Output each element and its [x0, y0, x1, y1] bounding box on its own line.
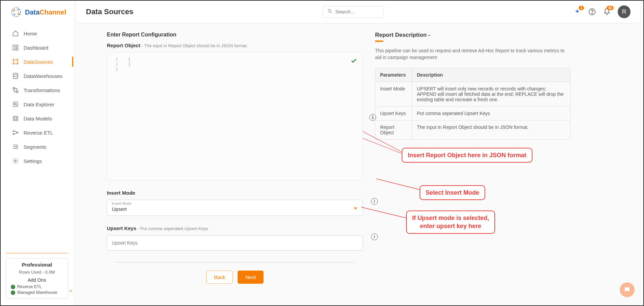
svg-point-12: [13, 73, 18, 75]
sidebar: DataChannel Home Dashboard DataSources D…: [1, 1, 73, 305]
logo-icon: [11, 7, 22, 18]
nav-reverseetl[interactable]: Reverse ETL: [1, 126, 73, 140]
datasources-icon: [12, 58, 19, 65]
bell-icon[interactable]: 42: [603, 8, 611, 16]
page-title: Data Sources: [86, 7, 133, 16]
upsert-keys-label: Upsert Keys - Put comma seperated Upsert…: [107, 225, 363, 231]
svg-point-26: [592, 13, 592, 14]
search-icon: [327, 8, 333, 15]
nav: Home Dashboard DataSources DataWarehouse…: [1, 24, 73, 250]
svg-rect-7: [16, 49, 18, 50]
svg-point-20: [13, 134, 14, 135]
valid-icon: [350, 57, 357, 65]
nav-datawarehouses[interactable]: DataWarehouses: [1, 69, 73, 83]
th-parameters: Parameters: [375, 68, 412, 82]
table-row: Insert ModeUPSERT will insert only new r…: [375, 82, 571, 106]
description-text: This pipeline can be used to request and…: [375, 47, 571, 61]
nav-settings[interactable]: Settings: [1, 154, 73, 168]
sidebar-footer: Professional Rows Used - 0.0M Add Ons ✓R…: [1, 250, 73, 305]
plan-rows: Rows Used - 0.0M: [11, 270, 63, 275]
insert-mode-label: Insert Mode: [107, 190, 363, 196]
chat-fab[interactable]: [620, 282, 635, 297]
svg-point-8: [13, 59, 14, 60]
chevron-down-icon: [354, 207, 357, 210]
description-title: Report Description -: [375, 32, 571, 38]
report-object-label: Report Object - The input in Report Obje…: [107, 43, 363, 48]
home-icon: [12, 30, 19, 37]
upsert-keys-input[interactable]: [107, 235, 363, 251]
addon-row: ✓Managed Warehouse: [11, 290, 63, 295]
brand-text: DataChannel: [25, 8, 66, 16]
svg-rect-13: [13, 88, 15, 89]
help-icon[interactable]: [588, 8, 596, 16]
avatar[interactable]: R: [618, 5, 631, 18]
svg-point-19: [13, 131, 14, 132]
parameters-table: Parameters Description Insert ModeUPSERT…: [375, 68, 571, 140]
insert-mode-field: Insert Mode Insert Mode Upsert i: [107, 190, 363, 216]
nav-label: DataWarehouses: [24, 73, 62, 79]
svg-point-11: [17, 63, 18, 64]
brand-logo[interactable]: DataChannel: [1, 1, 73, 24]
check-icon: ✓: [11, 290, 15, 295]
svg-point-9: [17, 59, 18, 60]
svg-point-22: [17, 146, 18, 147]
plan-card[interactable]: Professional Rows Used - 0.0M Add Ons ✓R…: [6, 258, 68, 299]
search-input[interactable]: [335, 9, 379, 15]
callout-report-object: Insert Report Object here in JSON format: [402, 148, 532, 163]
callout-insert-mode: Select Insert Mode: [420, 185, 485, 200]
nav-label: Settings: [24, 158, 42, 164]
callout-upsert-keys: If Upsert mode is selected,enter upsert …: [406, 211, 495, 234]
svg-point-10: [13, 63, 14, 64]
svg-rect-17: [13, 116, 18, 120]
bell-badge: 42: [607, 6, 614, 10]
nav-datamodels[interactable]: Data Models: [1, 111, 73, 126]
code-editor[interactable]: 1{ 2} 3 i: [107, 52, 363, 180]
addon-label: Reverse ETL: [17, 284, 42, 289]
info-icon[interactable]: i: [371, 233, 378, 240]
svg-point-24: [328, 9, 331, 12]
svg-rect-15: [13, 102, 18, 106]
float-label: Insert Mode: [112, 201, 131, 205]
svg-rect-6: [16, 45, 18, 48]
info-icon[interactable]: i: [369, 114, 376, 121]
info-icon[interactable]: i: [371, 198, 378, 205]
nav-label: Home: [24, 31, 37, 36]
sparkle-badge: 1: [579, 6, 584, 10]
nav-transformations[interactable]: Transformations: [1, 83, 73, 97]
next-button[interactable]: Next: [238, 271, 264, 284]
explorer-icon: [12, 101, 19, 108]
nav-label: DataSources: [24, 59, 53, 65]
svg-point-21: [17, 132, 18, 133]
nav-dataexplorer[interactable]: Data Explorer: [1, 97, 73, 111]
underline: [375, 40, 383, 42]
svg-rect-14: [17, 91, 18, 93]
addon-label: Managed Warehouse: [17, 290, 57, 295]
nav-home[interactable]: Home: [1, 26, 73, 40]
nav-datasources[interactable]: DataSources: [1, 55, 73, 69]
nav-segments[interactable]: Segments: [1, 140, 73, 154]
svg-rect-18: [14, 117, 17, 120]
svg-point-16: [14, 103, 16, 105]
warehouse-icon: [12, 73, 19, 79]
nav-label: Segments: [24, 144, 47, 150]
back-button[interactable]: Back: [206, 271, 233, 284]
svg-point-0: [12, 8, 21, 17]
nav-label: Reverse ETL: [24, 130, 53, 136]
reverseetl-icon: [12, 129, 19, 136]
transform-icon: [12, 87, 19, 93]
svg-point-23: [15, 160, 17, 162]
th-description: Description: [412, 68, 570, 82]
sparkle-icon[interactable]: 1: [573, 8, 581, 16]
section-title: Enter Report Configuration: [107, 32, 363, 38]
nav-label: Transformations: [24, 87, 60, 93]
insert-mode-select[interactable]: Insert Mode Upsert: [107, 200, 363, 216]
nav-label: Data Explorer: [24, 102, 55, 107]
nav-label: Dashboard: [24, 45, 48, 51]
select-value: Upsert: [112, 206, 127, 212]
nav-dashboard[interactable]: Dashboard: [1, 40, 73, 55]
dashboard-icon: [12, 44, 19, 51]
gear-icon: [12, 158, 19, 164]
upsert-keys-field: Upsert Keys - Put comma seperated Upsert…: [107, 225, 363, 251]
search-box[interactable]: [323, 6, 384, 18]
check-icon: ✓: [11, 285, 15, 289]
